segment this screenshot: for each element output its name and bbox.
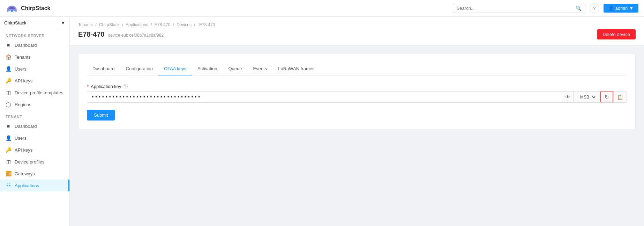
sidebar-item-label: Tenants [15, 54, 31, 60]
sidebar-item-regions[interactable]: ◯ Regions [0, 99, 69, 110]
app-key-input[interactable] [87, 92, 562, 102]
chevron-down-icon: ▼ [61, 20, 65, 25]
tenants-icon: 🏠 [6, 54, 11, 60]
sidebar-item-label: Regions [15, 102, 31, 107]
header-right: 🔍 ? 👤 admin ▼ [453, 3, 638, 13]
breadcrumb-tenants[interactable]: Tenants [78, 22, 93, 27]
page-header-row: E78-470 device eui: cef08b7a1c8af982 Del… [78, 29, 636, 42]
device-profile-icon: ◫ [6, 90, 11, 95]
help-button[interactable]: ? [590, 3, 599, 13]
tab-activation[interactable]: Activation [192, 63, 223, 75]
svg-point-0 [11, 10, 13, 12]
device-profiles-icon: ◫ [6, 159, 11, 165]
users-icon: 👤 [6, 135, 11, 141]
app-key-label: * Application key ? [87, 84, 627, 89]
copy-icon: 📋 [617, 94, 623, 100]
api-icon: 🔑 [6, 78, 11, 83]
sidebar-item-tenants[interactable]: 🏠 Tenants [0, 51, 69, 63]
refresh-icon: ↻ [605, 94, 609, 100]
chevron-down-icon: ▼ [629, 6, 634, 11]
breadcrumb-devices[interactable]: Devices [177, 22, 192, 27]
sidebar-item-network-dashboard[interactable]: ■ Dashboard [0, 39, 69, 51]
msb-select[interactable]: MSB LSB [577, 94, 597, 100]
sidebar-item-tenant-users[interactable]: 👤 Users [0, 132, 69, 144]
search-input[interactable] [457, 6, 576, 11]
sidebar-item-network-users[interactable]: 👤 Users [0, 63, 69, 75]
sidebar-item-tenant-dashboard[interactable]: ■ Dashboard [0, 120, 69, 132]
tab-lorawan-frames[interactable]: LoRaWAN frames [272, 63, 320, 75]
search-box[interactable]: 🔍 [453, 4, 585, 13]
sidebar: ChirpStack ▼ Network Server ■ Dashboard … [0, 17, 70, 226]
sidebar-item-label: API keys [15, 78, 32, 83]
tab-otaa-keys[interactable]: OTAA keys [158, 63, 192, 75]
msb-select-wrapper[interactable]: MSB LSB [574, 92, 600, 102]
tabs: Dashboard Configuration OTAA keys Activa… [87, 63, 627, 75]
applications-icon: ☷ [6, 183, 11, 188]
eye-icon: 👁 [566, 94, 570, 100]
app-key-input-row: 👁 MSB LSB ↻ 📋 [87, 91, 627, 103]
breadcrumb-chirpstack[interactable]: ChirpStack [99, 22, 120, 27]
tab-queue[interactable]: Queue [223, 63, 247, 75]
network-server-label: Network Server [0, 29, 69, 39]
sidebar-item-gateways[interactable]: 📶 Gateways [0, 168, 69, 180]
sidebar-item-label: Users [15, 66, 27, 72]
page-subtitle: device eui: cef08b7a1c8af982 [108, 33, 164, 38]
breadcrumb-applications[interactable]: Applications [126, 22, 148, 27]
sidebar-item-label: Users [15, 136, 27, 141]
sidebar-item-label: Device-profile templates [15, 90, 63, 95]
breadcrumb-e78-470-parent[interactable]: E78-470 [155, 22, 170, 27]
sidebar-item-tenant-api-keys[interactable]: 🔑 API keys [0, 144, 69, 156]
sidebar-item-applications[interactable]: ☷ Applications [0, 180, 69, 191]
tab-dashboard[interactable]: Dashboard [87, 63, 120, 75]
logo: ChirpStack [6, 4, 50, 13]
page-title: E78-470 [78, 30, 105, 38]
help-circle-icon[interactable]: ? [123, 84, 128, 89]
admin-button[interactable]: 👤 admin ▼ [604, 4, 638, 13]
search-icon: 🔍 [576, 6, 582, 11]
breadcrumb: Tenants / ChirpStack / Applications / E7… [78, 22, 636, 27]
main-content: Tenants / ChirpStack / Applications / E7… [70, 17, 644, 226]
tenant-section-label: Tenant [0, 110, 69, 120]
sidebar-item-label: Dashboard [15, 43, 37, 48]
tenant-selector-label: ChirpStack [4, 20, 27, 25]
breadcrumb-area: Tenants / ChirpStack / Applications / E7… [70, 17, 644, 45]
gateways-icon: 📶 [6, 171, 11, 176]
copy-button[interactable]: 📋 [613, 92, 627, 102]
sidebar-item-label: Applications [15, 183, 39, 188]
user-icon: 👤 [608, 6, 614, 11]
sidebar-item-device-profiles[interactable]: ◫ Device profiles [0, 156, 69, 168]
header: ChirpStack 🔍 ? 👤 admin ▼ [0, 0, 644, 17]
sidebar-item-label: Dashboard [15, 124, 37, 129]
visibility-toggle[interactable]: 👁 [562, 92, 574, 102]
submit-button[interactable]: Submit [87, 110, 115, 121]
breadcrumb-current: E78-470 [199, 22, 215, 27]
logo-text: ChirpStack [21, 5, 50, 12]
regions-icon: ◯ [6, 102, 11, 107]
sidebar-item-network-api-keys[interactable]: 🔑 API keys [0, 75, 69, 87]
page-title-area: E78-470 device eui: cef08b7a1c8af982 [78, 30, 164, 38]
api-keys-icon: 🔑 [6, 147, 11, 153]
tab-configuration[interactable]: Configuration [120, 63, 158, 75]
dashboard-icon: ■ [6, 42, 11, 48]
regenerate-button[interactable]: ↻ [600, 92, 613, 102]
required-star: * [87, 84, 89, 89]
dashboard-icon: ■ [6, 123, 11, 129]
card: Dashboard Configuration OTAA keys Activa… [78, 54, 636, 129]
delete-device-button[interactable]: Delete device [597, 29, 636, 39]
sidebar-item-label: API keys [15, 147, 32, 153]
sidebar-item-label: Device profiles [15, 159, 44, 165]
tab-events[interactable]: Events [247, 63, 272, 75]
admin-label: admin [615, 6, 628, 11]
form: * Application key ? 👁 MSB LSB [87, 84, 627, 121]
sidebar-item-device-profile-templates[interactable]: ◫ Device-profile templates [0, 87, 69, 99]
content-area: Dashboard Configuration OTAA keys Activa… [70, 45, 644, 138]
layout: ChirpStack ▼ Network Server ■ Dashboard … [0, 0, 644, 226]
sidebar-item-label: Gateways [15, 171, 35, 176]
logo-icon [6, 4, 18, 13]
users-icon: 👤 [6, 66, 11, 72]
tenant-selector[interactable]: ChirpStack ▼ [0, 17, 69, 29]
